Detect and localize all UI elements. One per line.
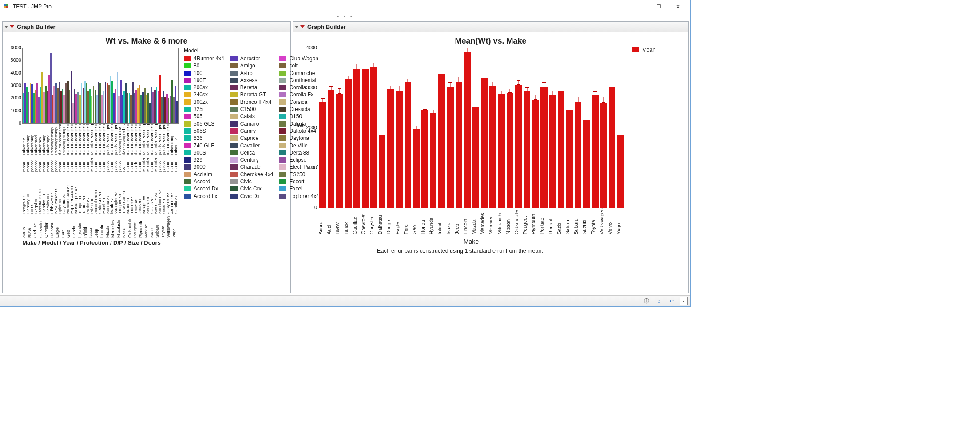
bar[interactable] [583, 120, 590, 208]
disclosure-triangle-icon[interactable] [4, 26, 8, 28]
bar[interactable] [379, 135, 385, 208]
bar[interactable] [447, 87, 454, 208]
legend-item[interactable]: 240sx [184, 91, 224, 98]
legend-swatch [230, 114, 238, 119]
bar[interactable] [421, 110, 428, 208]
legend-item[interactable]: C1500 [230, 106, 274, 112]
bar[interactable] [387, 89, 394, 208]
title-bar[interactable]: TEST - JMP Pro — ☐ ✕ [0, 0, 690, 13]
legend-item[interactable]: Aerostar [230, 55, 274, 62]
legend-item[interactable]: 300zx [184, 99, 224, 105]
red-menu-triangle-icon[interactable] [300, 25, 305, 28]
x-tick-label: Cadillac [352, 208, 361, 235]
legend-item[interactable]: 626 [184, 135, 224, 141]
bar[interactable] [405, 82, 411, 208]
bar[interactable] [489, 86, 496, 208]
legend-item[interactable]: Astro [230, 70, 274, 76]
left-plot-box[interactable] [22, 48, 179, 124]
right-plot-box[interactable] [318, 48, 625, 208]
bar[interactable] [472, 107, 479, 208]
legend-item[interactable]: Civic Crx [230, 186, 274, 192]
legend-item[interactable]: Bronco II 4x4 [230, 99, 274, 105]
bar[interactable] [328, 90, 334, 208]
bar[interactable] [549, 95, 556, 208]
bar[interactable] [617, 135, 624, 208]
info-icon[interactable]: ⓘ [643, 297, 651, 305]
bar[interactable] [362, 69, 369, 208]
bar[interactable] [353, 69, 360, 208]
bar[interactable] [515, 85, 522, 208]
legend-item[interactable]: 900S [184, 150, 224, 156]
bar[interactable] [600, 103, 607, 208]
legend-item[interactable]: Charade [230, 164, 274, 170]
bar[interactable] [609, 87, 615, 208]
legend-item[interactable]: Accord Lx [184, 193, 224, 199]
maximize-button[interactable]: ☐ [649, 1, 668, 12]
legend-item[interactable]: Camaro [230, 121, 274, 127]
right-chart-body[interactable]: Mean(Wt) vs. Make Wt 01000200030004000 A… [293, 32, 688, 293]
legend-item[interactable]: Beretta [230, 84, 274, 91]
left-chart-body[interactable]: Wt vs. Make & 6 more Wt 0100020003000400… [3, 32, 290, 293]
legend-item[interactable]: Century [230, 157, 274, 163]
bar[interactable] [345, 79, 352, 208]
legend-item[interactable]: 4Runner 4x4 [184, 55, 224, 62]
legend-item[interactable]: 100 [184, 70, 224, 76]
legend-item[interactable]: Celica [230, 150, 274, 156]
drag-handle-dots[interactable]: • • • [0, 13, 690, 20]
legend-item[interactable]: 190E [184, 77, 224, 83]
bar[interactable] [558, 91, 564, 208]
bar[interactable] [498, 94, 505, 208]
bar[interactable] [481, 78, 488, 208]
bar[interactable] [566, 110, 573, 208]
bar[interactable] [336, 94, 343, 208]
legend-item[interactable]: 200sx [184, 84, 224, 91]
back-icon[interactable]: ↩ [667, 297, 675, 305]
legend-item[interactable]: Axxess [230, 77, 274, 83]
right-legend[interactable]: Mean [632, 47, 655, 53]
legend-item[interactable]: 740 GLE [184, 143, 224, 149]
minimize-button[interactable]: — [629, 1, 649, 12]
legend-item[interactable]: Acclaim [184, 171, 224, 178]
left-panel-header[interactable]: Graph Builder [3, 22, 290, 32]
bar[interactable] [370, 67, 377, 208]
close-button[interactable]: ✕ [668, 1, 688, 12]
legend-item[interactable]: Camry [230, 128, 274, 134]
bar[interactable] [456, 82, 462, 208]
legend-item[interactable]: 505 [184, 113, 224, 119]
bar[interactable] [507, 93, 513, 208]
legend-item[interactable]: 325i [184, 106, 224, 112]
home-icon[interactable]: ⌂ [655, 297, 663, 305]
legend-item[interactable]: Caprice [230, 135, 274, 141]
bar[interactable] [413, 129, 420, 208]
legend-item[interactable]: Civic Dx [230, 193, 274, 199]
bar[interactable] [438, 74, 445, 208]
zoom-dropdown[interactable]: ▾ [680, 297, 688, 305]
bar[interactable] [319, 102, 326, 208]
legend-item[interactable]: Amigo [230, 63, 274, 69]
bar[interactable] [524, 91, 530, 208]
bar[interactable] [575, 102, 581, 208]
legend-item[interactable]: 505S [184, 128, 224, 134]
red-menu-triangle-icon[interactable] [10, 25, 14, 28]
bar[interactable] [396, 91, 403, 208]
legend-item[interactable]: Accord [184, 178, 224, 185]
legend-item[interactable]: 505 GLS [184, 121, 224, 127]
bar[interactable] [464, 52, 471, 208]
legend-item[interactable]: Accord Dx [184, 186, 224, 192]
legend-item[interactable]: Cherokee 4x4 [230, 171, 274, 178]
legend-item[interactable]: Cavalier [230, 143, 274, 149]
x-tick-label: Subaru [573, 208, 582, 235]
bar[interactable] [592, 95, 599, 208]
legend-item[interactable]: 929 [184, 157, 224, 163]
bar[interactable] [430, 113, 436, 208]
right-panel-header[interactable]: Graph Builder [293, 22, 688, 32]
legend-item[interactable]: 9000 [184, 164, 224, 170]
legend-item[interactable]: 80 [184, 63, 224, 69]
bar[interactable] [176, 101, 178, 123]
legend-item[interactable]: Beretta GT [230, 91, 274, 98]
bar[interactable] [540, 87, 547, 208]
legend-item[interactable]: Civic [230, 178, 274, 185]
disclosure-triangle-icon[interactable] [295, 26, 298, 28]
legend-item[interactable]: Calais [230, 113, 274, 119]
bar[interactable] [532, 100, 539, 208]
